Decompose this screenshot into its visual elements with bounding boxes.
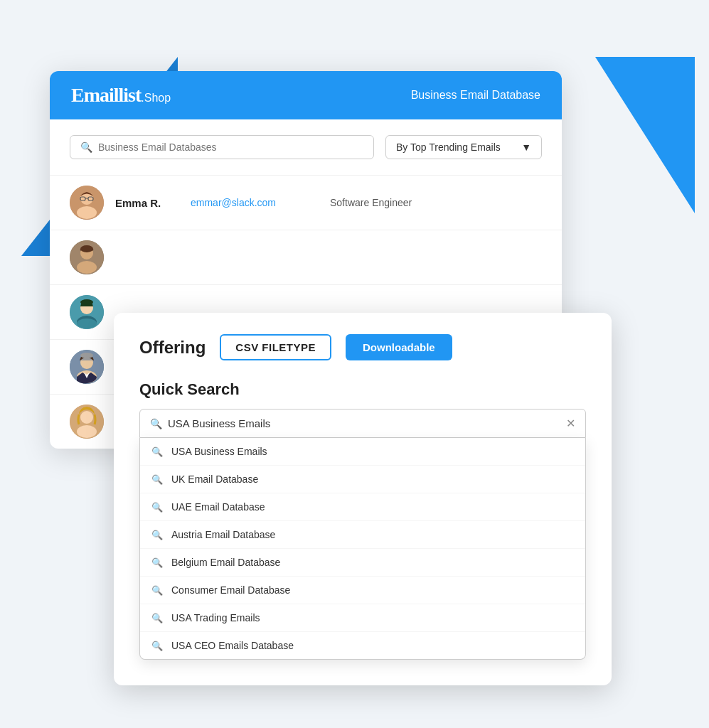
search-icon: 🔍 [150, 418, 162, 429]
list-item[interactable] [50, 230, 562, 284]
svg-point-9 [77, 261, 97, 274]
chevron-down-icon: ▼ [521, 141, 531, 153]
svg-point-22 [77, 425, 97, 438]
quick-search-label: Quick Search [139, 380, 586, 399]
offering-row: Offering CSV FILETYPE Downloadable [139, 334, 586, 360]
search-icon: 🔍 [151, 446, 163, 457]
sort-dropdown[interactable]: By Top Trending Emails ▼ [385, 135, 542, 159]
header-nav-item[interactable]: Business Email Database [411, 89, 540, 102]
svg-point-2 [77, 206, 97, 219]
svg-point-21 [80, 411, 93, 424]
autocomplete-input-wrapper[interactable]: 🔍 ✕ [139, 409, 586, 438]
csv-badge[interactable]: CSV FILETYPE [220, 334, 331, 360]
search-icon: 🔍 [151, 557, 163, 568]
autocomplete-item[interactable]: 🔍USA Business Emails [140, 438, 585, 466]
quick-search-input[interactable] [168, 417, 560, 429]
svg-point-19 [80, 353, 93, 358]
logo-suffix: .Shop [141, 92, 171, 104]
logo: Emaillist.Shop [71, 84, 171, 107]
suggestion-text: USA Trading Emails [171, 612, 260, 623]
svg-point-10 [80, 245, 93, 252]
search-wrapper[interactable]: 🔍 [70, 135, 374, 159]
suggestion-text: UK Email Database [171, 473, 258, 485]
search-input[interactable] [98, 141, 363, 153]
download-button[interactable]: Downloadable [346, 334, 452, 360]
front-card: Offering CSV FILETYPE Downloadable Quick… [114, 313, 612, 685]
autocomplete-item[interactable]: 🔍UAE Email Database [140, 493, 585, 521]
autocomplete-item[interactable]: 🔍UK Email Database [140, 466, 585, 493]
autocomplete-dropdown: 🔍USA Business Emails🔍UK Email Database🔍U… [139, 438, 586, 660]
sort-label: By Top Trending Emails [396, 141, 501, 153]
avatar [70, 405, 104, 439]
avatar [70, 240, 104, 274]
autocomplete-item[interactable]: 🔍Austria Email Database [140, 521, 585, 549]
avatar [70, 186, 104, 220]
logo-main: Emaillist [71, 84, 141, 106]
header-bar: Emaillist.Shop Business Email Database [50, 71, 562, 119]
search-icon: 🔍 [151, 474, 163, 485]
offering-label: Offering [139, 338, 206, 358]
user-email: emmar@slack.com [191, 197, 304, 208]
search-icon: 🔍 [151, 641, 163, 651]
suggestion-text: Consumer Email Database [171, 584, 290, 596]
clear-icon[interactable]: ✕ [566, 417, 575, 430]
suggestion-text: USA CEO Emails Database [171, 640, 294, 651]
avatar [70, 295, 104, 329]
search-icon: 🔍 [151, 502, 163, 513]
search-icon: 🔍 [151, 613, 163, 623]
svg-point-15 [77, 318, 97, 328]
list-item[interactable]: Emma R. emmar@slack.com Software Enginee… [50, 175, 562, 230]
suggestion-text: Belgium Email Database [171, 557, 280, 568]
autocomplete-item[interactable]: 🔍Belgium Email Database [140, 549, 585, 577]
autocomplete-container: 🔍 ✕ 🔍USA Business Emails🔍UK Email Databa… [139, 409, 586, 660]
suggestion-text: Austria Email Database [171, 529, 275, 540]
user-name: Emma R. [115, 197, 179, 209]
search-row: 🔍 By Top Trending Emails ▼ [50, 119, 562, 175]
svg-point-14 [80, 299, 93, 305]
search-icon: 🔍 [151, 585, 163, 596]
autocomplete-item[interactable]: 🔍USA CEO Emails Database [140, 632, 585, 659]
bg-shape-right [595, 57, 695, 213]
autocomplete-item[interactable]: 🔍USA Trading Emails [140, 604, 585, 632]
suggestion-text: USA Business Emails [171, 446, 267, 457]
user-role: Software Engineer [330, 197, 412, 208]
suggestion-text: UAE Email Database [171, 501, 265, 513]
search-icon: 🔍 [151, 530, 163, 540]
autocomplete-item[interactable]: 🔍Consumer Email Database [140, 577, 585, 604]
avatar [70, 350, 104, 384]
search-icon: 🔍 [80, 141, 92, 153]
